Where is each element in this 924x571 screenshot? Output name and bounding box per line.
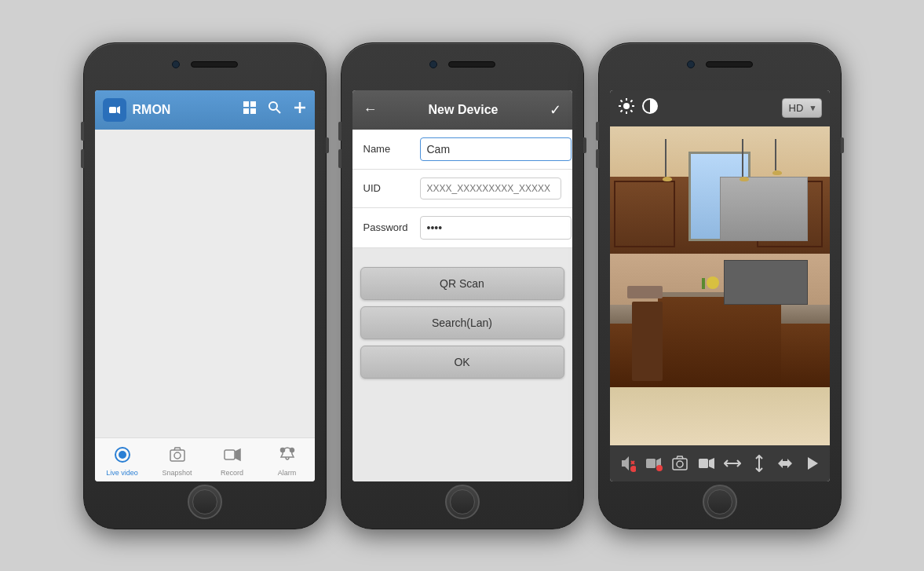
svg-rect-5 [250, 108, 256, 114]
phone-1-screen: RMON [95, 90, 315, 481]
form-buttons: QR Scan Search(Lan) OK [352, 256, 572, 379]
phone-2: ← New Device ✓ Name UID Password [341, 42, 584, 529]
svg-rect-3 [250, 101, 256, 107]
record-label: Record [221, 469, 243, 477]
svg-rect-12 [170, 450, 184, 461]
uid-input[interactable] [420, 178, 561, 199]
video-button[interactable] [696, 452, 718, 474]
phone-1: RMON [83, 42, 327, 529]
vol-up-button-2[interactable] [338, 122, 341, 141]
grid-icon[interactable] [243, 101, 257, 119]
uid-row: UID [352, 170, 572, 208]
contrast-icon[interactable] [641, 97, 659, 119]
search-icon[interactable] [268, 101, 282, 119]
svg-line-23 [620, 101, 622, 102]
pan-h-button[interactable] [721, 452, 743, 474]
snapshot-button[interactable] [669, 452, 691, 474]
svg-point-35 [677, 461, 683, 467]
front-camera [172, 60, 180, 68]
tab-live-video[interactable]: Live video [95, 443, 150, 477]
svg-point-33 [656, 465, 663, 471]
vol-down-button-2[interactable] [338, 149, 341, 168]
qr-scan-button[interactable]: QR Scan [360, 267, 564, 300]
power-button[interactable] [326, 137, 329, 153]
quality-selector-wrapper: HD SD LQ ▼ [782, 98, 822, 118]
vol-down-button[interactable] [81, 149, 84, 168]
record-button[interactable] [643, 452, 665, 474]
ok-button[interactable]: OK [360, 346, 564, 379]
home-button[interactable] [188, 485, 222, 519]
vol-up-button[interactable] [81, 122, 84, 141]
brightness-icon[interactable] [618, 97, 635, 119]
front-camera-3 [687, 60, 695, 68]
tab-snapshot[interactable]: Snapshot [150, 443, 205, 477]
uid-label: UID [363, 182, 412, 194]
flip-button[interactable] [774, 452, 796, 474]
password-input[interactable] [420, 216, 572, 240]
power-button-3[interactable] [841, 137, 844, 153]
svg-marker-37 [709, 458, 714, 469]
phone-2-screen: ← New Device ✓ Name UID Password [352, 90, 572, 481]
phone-3-screen: HD SD LQ ▼ [610, 90, 830, 481]
new-device-title: New Device [378, 103, 550, 117]
svg-point-13 [174, 452, 181, 459]
phone-3: HD SD LQ ▼ [598, 42, 842, 529]
speaker-grill-3 [706, 61, 753, 68]
live-video-icon [114, 446, 131, 467]
tab-alarm[interactable]: Alarm [260, 443, 315, 477]
svg-rect-4 [243, 108, 249, 114]
svg-line-26 [620, 110, 622, 112]
camera-top-controls: HD SD LQ ▼ [610, 90, 830, 126]
svg-line-25 [630, 101, 632, 102]
app-logo [103, 98, 126, 122]
svg-rect-34 [673, 459, 687, 470]
home-button-2[interactable] [445, 485, 480, 519]
kitchen-image [610, 126, 830, 445]
home-button-3[interactable] [703, 485, 737, 519]
svg-rect-36 [699, 459, 708, 468]
name-row: Name [352, 130, 572, 170]
svg-point-17 [290, 448, 294, 452]
svg-rect-0 [109, 107, 116, 113]
camera-feed [610, 126, 830, 445]
new-device-form: Name UID Password QR Scan Search(Lan) OK [352, 130, 572, 481]
svg-point-16 [280, 448, 284, 452]
confirm-button[interactable]: ✓ [550, 101, 561, 119]
app-title: RMON [133, 103, 236, 117]
record-icon [224, 446, 241, 467]
search-lan-button[interactable]: Search(Lan) [360, 306, 564, 339]
pan-v-button[interactable] [748, 452, 770, 474]
vol-up-button-3[interactable] [596, 122, 599, 141]
alarm-label: Alarm [278, 469, 297, 477]
snapshot-label: Snapshot [162, 469, 192, 477]
svg-marker-15 [236, 449, 240, 460]
snapshot-icon [169, 446, 186, 467]
tab-record[interactable]: Record [205, 443, 260, 477]
new-device-header: ← New Device ✓ [352, 90, 572, 130]
phone-1-content [95, 130, 315, 437]
camera-bottom-controls [610, 445, 830, 481]
quality-selector[interactable]: HD SD LQ [782, 98, 822, 118]
vol-down-button-3[interactable] [596, 149, 599, 168]
name-input[interactable] [420, 137, 572, 161]
mute-button[interactable] [616, 452, 638, 474]
svg-point-18 [623, 103, 630, 109]
header-inner: ← New Device ✓ [363, 101, 561, 119]
tab-bar: Live video Snapshot [95, 437, 315, 481]
phone-1-header: RMON [95, 90, 315, 130]
svg-point-30 [630, 466, 636, 472]
password-label: Password [363, 221, 412, 233]
live-video-label: Live video [106, 469, 138, 477]
svg-rect-14 [225, 450, 235, 459]
header-icons [243, 101, 307, 119]
svg-marker-1 [117, 106, 120, 114]
svg-point-11 [119, 451, 126, 459]
alarm-icon [279, 446, 296, 467]
svg-line-7 [276, 109, 280, 113]
add-icon[interactable] [293, 101, 307, 119]
back-button[interactable]: ← [363, 101, 378, 118]
fullscreen-button[interactable] [801, 452, 823, 474]
power-button-2[interactable] [583, 137, 586, 153]
svg-point-6 [269, 102, 277, 110]
svg-rect-2 [243, 101, 249, 107]
